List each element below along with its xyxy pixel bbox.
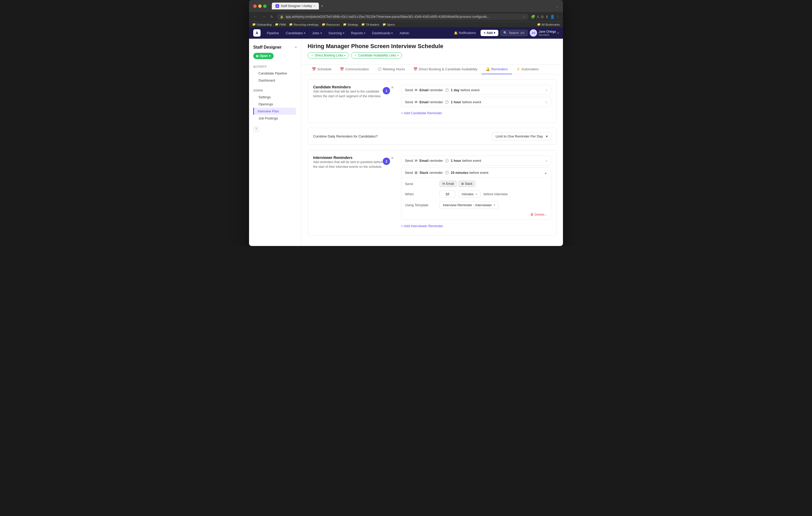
candidate-availability-badge[interactable]: ✓ Candidate Availability Links ▾: [351, 52, 402, 59]
url-bar[interactable]: 🔒 app.ashbyhq.com/jobs/e02d75e5-884b-43c…: [277, 13, 529, 20]
menu-icon[interactable]: ⋮: [556, 14, 560, 19]
search-button[interactable]: 🔍 Search ⌘K: [500, 30, 528, 36]
address-bar: ← → ↻ 🔒 app.ashbyhq.com/jobs/e02d75e5-88…: [249, 12, 563, 22]
bookmark-ta-leaders[interactable]: 📁 TA leaders: [361, 23, 379, 26]
bookmark-recurring[interactable]: 📁 Recurring meetings: [289, 23, 318, 26]
slack-chip[interactable]: ⊞ Slack: [458, 181, 475, 187]
nav-sourcing[interactable]: Sourcing ▾: [325, 29, 347, 37]
add-button[interactable]: + Add ▾: [481, 30, 498, 36]
nav-admin[interactable]: Admin: [396, 29, 412, 37]
tabs-row: 📅 Schedule 📅 Communication 🕐 Meeting Hou…: [301, 65, 563, 74]
extensions-icon[interactable]: 🧩: [531, 14, 535, 19]
plus-icon: +: [484, 31, 486, 35]
new-tab-button[interactable]: +: [321, 4, 323, 8]
when-text: before interview: [484, 192, 508, 196]
user-company: Nocobird: [539, 33, 556, 36]
active-tab[interactable]: A Staff Designer • Ashby ×: [272, 3, 319, 9]
trash-icon: 🗑: [530, 213, 534, 216]
badge-row: ✓ Direct Booking Links ▾ ✓ Candidate Ava…: [308, 52, 557, 59]
user-menu[interactable]: JO Jane Ortega Nocobird ▾: [530, 29, 559, 37]
select-chevron: ▾: [546, 134, 548, 138]
sidebar-item-interview-plan[interactable]: Interview Plan: [253, 108, 296, 115]
refresh-button[interactable]: ↻: [269, 14, 275, 19]
email-chip[interactable]: ✉ Email: [439, 181, 457, 187]
nav-pipeline[interactable]: Pipeline: [264, 29, 282, 37]
open-arrow: ▾: [269, 54, 270, 58]
interviewer-reminder-row-1[interactable]: Send ✉ Email reminder 🕐 1 hour before ev…: [401, 155, 551, 165]
open-status-button[interactable]: ▶ Open ▾: [253, 53, 273, 59]
interviewer-expanded-header[interactable]: Send ⊞ Slack reminder 🕐 10 minutes befor…: [401, 168, 551, 177]
admin-section: ADMIN Settings Openings Interview Plan J…: [249, 85, 301, 123]
dashboards-arrow: ▾: [392, 32, 393, 34]
combine-reminders-label: Combine Daily Reminders for Candidates?: [313, 134, 377, 138]
nav-candidates[interactable]: Candidates ▾: [283, 29, 309, 37]
browser-toolbar: 🧩 A ⊞ ⬇ 👤 ⋮: [531, 14, 560, 19]
download-icon[interactable]: ⬇: [545, 14, 549, 19]
star-icon[interactable]: ☆: [523, 15, 526, 19]
interviewer-reminder-number: 2: [383, 158, 390, 165]
interviewer-eye-icon[interactable]: 👁: [390, 156, 394, 160]
window-menu-icon[interactable]: ⌄: [556, 4, 559, 8]
reminders-tab-icon: 🔔: [486, 67, 490, 71]
browser-titlebar: A Staff Designer • Ashby × + ⌄: [249, 0, 563, 12]
combine-reminders-select[interactable]: Limit to One Reminder Per Day ▾: [492, 132, 551, 140]
notifications-button[interactable]: 🔔 Notifications: [451, 30, 478, 36]
bookmark-pmm[interactable]: 📁 PMM: [275, 23, 286, 26]
help-icon[interactable]: ?: [253, 126, 259, 132]
nav-dashboards[interactable]: Dashboards ▾: [369, 29, 396, 37]
candidate-eye-icon[interactable]: 👁: [390, 86, 394, 90]
close-window-button[interactable]: [253, 4, 257, 8]
all-bookmarks[interactable]: 📁 All Bookmarks: [537, 23, 560, 26]
nav-reports[interactable]: Reports ▾: [348, 29, 369, 37]
nav-items: Pipeline Candidates ▾ Jobs ▾ Sourcing ▾ …: [264, 29, 451, 37]
minimize-window-button[interactable]: [258, 4, 262, 8]
bookmark-onboarding[interactable]: 📁 Onboarding: [252, 23, 272, 26]
bookmark-specs[interactable]: 📁 Specs: [382, 23, 395, 26]
template-form-row: Using Template Interview Reminder - Inte…: [405, 201, 547, 209]
content-area: Hiring Manager Phone Screen Interview Sc…: [301, 39, 563, 246]
nav-jobs[interactable]: Jobs ▾: [309, 29, 325, 37]
when-value-input[interactable]: [439, 190, 455, 198]
tab-automation[interactable]: ⚡ Automation: [512, 65, 543, 74]
template-arrow: ▾: [494, 204, 495, 207]
avatar: JO: [530, 29, 537, 37]
user-profile-icon[interactable]: 👤: [550, 14, 555, 19]
forward-button[interactable]: →: [261, 14, 267, 19]
tab-schedule[interactable]: 📅 Schedule: [308, 65, 336, 74]
send-form-row: Send ✉ Email ⊞: [405, 181, 547, 187]
tab-close-icon[interactable]: ×: [313, 4, 315, 7]
sidebar-title: Staff Designer: [253, 45, 282, 50]
app-logo[interactable]: A: [253, 29, 261, 37]
sidebar-item-dashboard[interactable]: Dashboard: [254, 77, 296, 84]
profile-icon[interactable]: A: [537, 14, 539, 19]
sidebar-item-candidate-pipeline[interactable]: Candidate Pipeline: [254, 70, 296, 77]
interviewer-card-layout: Interviewer Reminders Add reminders that…: [313, 155, 551, 230]
delete-row: 🗑 Delete...: [405, 213, 547, 216]
tab-meeting-hours[interactable]: 🕐 Meeting Hours: [373, 65, 409, 74]
add-interviewer-reminder-button[interactable]: + Add Interviewer Reminder: [401, 222, 551, 230]
candidate-reminder-row-1[interactable]: Send ✉ Email reminder 🕐 1 day before eve…: [401, 85, 551, 95]
bookmarks-bar: 📁 Onboarding 📁 PMM 📁 Recurring meetings …: [249, 22, 563, 27]
sidebar-item-settings[interactable]: Settings: [254, 94, 296, 101]
tab-communication[interactable]: 📅 Communication: [336, 65, 373, 74]
bookmark-strategy[interactable]: 📁 Strategy: [343, 23, 358, 26]
sidebar-close-button[interactable]: ×: [295, 45, 297, 50]
when-unit-select[interactable]: minutes ▾: [458, 190, 481, 198]
direct-booking-badge[interactable]: ✓ Direct Booking Links ▾: [308, 52, 349, 59]
tab-reminders[interactable]: 🔔 Reminders: [482, 65, 512, 74]
back-button[interactable]: ←: [252, 14, 258, 19]
delete-reminder-button[interactable]: 🗑 Delete...: [530, 213, 547, 216]
add-candidate-reminder-button[interactable]: + Add Candidate Reminder: [401, 109, 551, 117]
maximize-window-button[interactable]: [263, 4, 267, 8]
card-right: Send ✉ Email reminder 🕐 1 day before eve…: [401, 85, 551, 117]
interviewer-reminder-text-1: Send ✉ Email reminder 🕐 1 hour before ev…: [405, 159, 481, 162]
template-select[interactable]: Interview Reminder - Interviewer ▾: [439, 201, 499, 209]
unit-arrow: ▾: [476, 193, 477, 195]
row-1-arrow: ›: [546, 88, 547, 92]
sidebar-item-job-postings[interactable]: Job Postings: [254, 115, 296, 122]
candidate-reminder-row-2[interactable]: Send ✉ Email reminder 🕐 1 hour before ev…: [401, 97, 551, 107]
sidebar-item-openings[interactable]: Openings: [254, 101, 296, 108]
bookmark-resources[interactable]: 📁 Resources: [322, 23, 340, 26]
bookmark-icon[interactable]: ⊞: [541, 14, 544, 19]
tab-direct-booking[interactable]: 📅 Direct Booking & Candidate Availabilit…: [409, 65, 482, 74]
